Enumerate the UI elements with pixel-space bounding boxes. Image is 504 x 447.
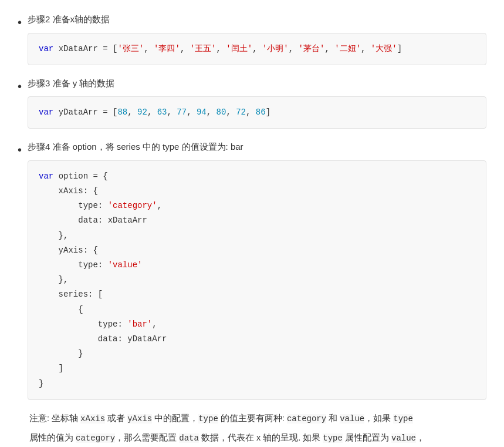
step4-prefix: 步骤4 (28, 142, 50, 152)
step3-content: 步骤3 准备 y 轴的数据 var yDataArr = [88, 92, 63… (28, 76, 486, 129)
step4-section: • 步骤4 准备 option，将 series 中的 type 的值设置为: … (18, 139, 486, 399)
step2-text: 准备x轴的数据 (53, 14, 110, 24)
step3-prefix: 步骤3 (28, 78, 50, 88)
step3-code: var yDataArr = [88, 92, 63, 77, 94, 80, … (28, 96, 486, 129)
step3-section: • 步骤3 准备 y 轴的数据 var yDataArr = [88, 92, … (18, 76, 486, 129)
note-line1: 注意: 坐标轴 xAxis 或者 yAxis 中的配置，type 的值主要有两种… (29, 411, 486, 427)
step4-title: 步骤4 准备 option，将 series 中的 type 的值设置为: ba… (28, 139, 486, 154)
bullet-step2: • (18, 12, 22, 32)
step4-content: 步骤4 准备 option，将 series 中的 type 的值设置为: ba… (28, 139, 486, 399)
step2-title: 步骤2 准备x轴的数据 (28, 12, 486, 27)
bullet-step4: • (18, 140, 22, 160)
step3-title: 步骤3 准备 y 轴的数据 (28, 76, 486, 91)
step2-prefix: 步骤2 (28, 14, 50, 24)
step2-section: • 步骤2 准备x轴的数据 var xDataArr = ['张三', '李四'… (18, 12, 486, 65)
step4-code: var option = { xAxis: { type: 'category'… (28, 160, 486, 400)
note-line2: 属性的值为 category，那么需要配置 data 数据，代表在 x 轴的呈现… (29, 430, 486, 446)
note-section: 注意: 坐标轴 xAxis 或者 yAxis 中的配置，type 的值主要有两种… (29, 411, 486, 447)
bullet-step3: • (18, 76, 22, 96)
step3-text: 准备 y 轴的数据 (53, 78, 115, 88)
step2-code: var xDataArr = ['张三', '李四', '王五', '闰土', … (28, 33, 486, 65)
step2-content: 步骤2 准备x轴的数据 var xDataArr = ['张三', '李四', … (28, 12, 486, 65)
step4-text: 准备 option，将 series 中的 type 的值设置为: bar (53, 142, 243, 152)
